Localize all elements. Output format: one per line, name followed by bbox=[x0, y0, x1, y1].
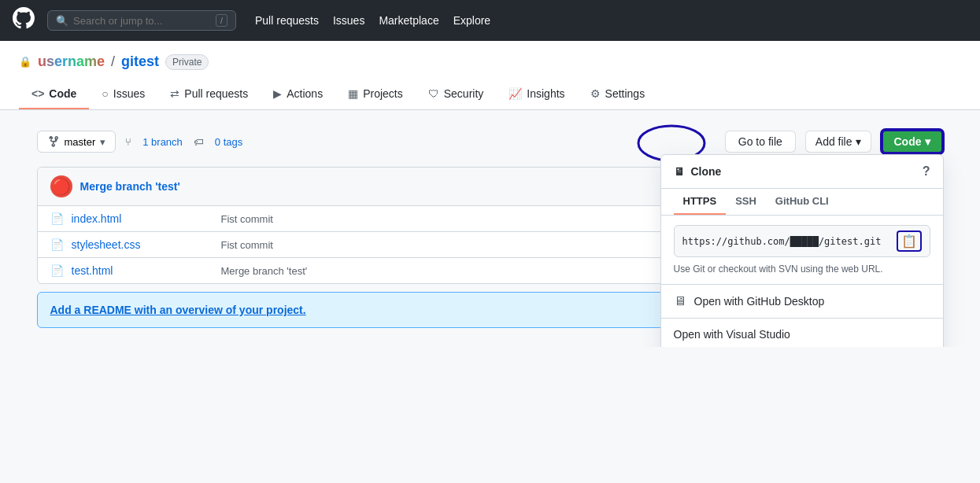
tag-count-icon: 🏷 bbox=[194, 136, 204, 148]
code-icon: <> bbox=[31, 87, 44, 100]
tab-security[interactable]: 🛡 Security bbox=[416, 79, 497, 109]
file-commit-link[interactable]: Fist commit bbox=[221, 239, 273, 251]
go-to-file-button[interactable]: Go to file bbox=[725, 131, 796, 153]
branch-count-icon: ⑂ bbox=[125, 136, 131, 148]
repo-owner-link[interactable]: username bbox=[38, 53, 105, 70]
open-github-desktop-label: Open with GitHub Desktop bbox=[694, 295, 825, 308]
clone-url-row: https://github.com/█████/gitest.git 📋 bbox=[674, 225, 930, 257]
issues-icon: ○ bbox=[102, 87, 108, 100]
table-row: 📄 test.html Merge branch 'test' bbox=[38, 258, 713, 283]
repo-title-row: 🔒 username / gitest Private bbox=[19, 53, 961, 70]
nav-issues[interactable]: Issues bbox=[333, 14, 364, 27]
tab-pull-requests[interactable]: ⇄ Pull requests bbox=[157, 79, 261, 109]
branch-selector[interactable]: master ▾ bbox=[37, 131, 116, 153]
file-name-link[interactable]: test.html bbox=[72, 264, 213, 277]
file-commit-msg: Fist commit bbox=[221, 213, 701, 225]
github-logo-icon[interactable] bbox=[13, 7, 35, 34]
add-file-button[interactable]: Add file ▾ bbox=[805, 131, 871, 153]
branch-name: master bbox=[65, 136, 96, 148]
file-commit-msg: Merge branch 'test' bbox=[221, 265, 701, 277]
search-icon: 🔍 bbox=[56, 15, 68, 27]
branch-info: ⑂ 1 branch 🏷 0 tags bbox=[125, 136, 242, 148]
avatar-icon: 🔴 bbox=[51, 177, 71, 196]
projects-icon: ▦ bbox=[348, 87, 358, 100]
open-visual-studio-option[interactable]: Open with Visual Studio bbox=[661, 318, 943, 347]
repo-name-link[interactable]: gitest bbox=[121, 53, 159, 70]
repo-separator: / bbox=[111, 53, 115, 70]
clone-hint-text: Use Git or checkout with SVN using the w… bbox=[674, 264, 930, 275]
tab-code[interactable]: <> Code bbox=[19, 79, 89, 109]
private-badge: Private bbox=[165, 54, 209, 70]
open-visual-studio-label: Open with Visual Studio bbox=[674, 328, 790, 341]
repo-tabs: <> Code ○ Issues ⇄ Pull requests ▶ Actio… bbox=[19, 79, 961, 109]
file-commit-link[interactable]: Fist commit bbox=[221, 213, 273, 225]
code-button-label: Code bbox=[894, 135, 922, 148]
pull-request-icon: ⇄ bbox=[170, 87, 179, 100]
clone-url-text: https://github.com/█████/gitest.git bbox=[682, 236, 890, 247]
security-icon: 🛡 bbox=[428, 87, 439, 100]
file-commit-link[interactable]: Merge branch 'test' bbox=[221, 265, 308, 277]
slash-shortcut: / bbox=[216, 14, 227, 27]
commit-header: 🔴 Merge branch 'test' bbox=[38, 168, 713, 206]
tag-count-link[interactable]: 0 tags bbox=[215, 136, 242, 148]
tab-issues[interactable]: ○ Issues bbox=[89, 79, 157, 109]
readme-banner: Add a README with an overview of your pr… bbox=[37, 292, 714, 328]
file-icon: 📄 bbox=[50, 212, 64, 225]
file-icon: 📄 bbox=[50, 264, 64, 277]
clone-title: Clone bbox=[691, 165, 722, 178]
clone-tab-github-cli[interactable]: GitHub CLI bbox=[766, 189, 838, 215]
table-row: 📄 index.html Fist commit bbox=[38, 206, 713, 232]
add-file-dropdown-icon: ▾ bbox=[856, 135, 861, 148]
copy-url-button[interactable]: 📋 bbox=[897, 230, 922, 252]
main-content: master ▾ ⑂ 1 branch 🏷 0 tags Go to file … bbox=[18, 110, 963, 347]
open-github-desktop-option[interactable]: 🖥 Open with GitHub Desktop bbox=[661, 284, 943, 318]
repo-header: 🔒 username / gitest Private <> Code ○ Is… bbox=[0, 41, 980, 110]
file-name-link[interactable]: index.html bbox=[72, 212, 213, 225]
clone-panel: 🖥 Clone ? HTTPS SSH GitHub CLI https://g… bbox=[660, 154, 944, 347]
table-row: 📄 stylesheet.css Fist commit bbox=[38, 232, 713, 258]
insights-icon: 📈 bbox=[508, 87, 522, 100]
file-table: 🔴 Merge branch 'test' 📄 index.html Fist … bbox=[37, 167, 714, 284]
tab-settings[interactable]: ⚙ Settings bbox=[578, 79, 658, 109]
code-button[interactable]: Code ▾ bbox=[881, 129, 944, 154]
tab-actions[interactable]: ▶ Actions bbox=[261, 79, 335, 109]
dropdown-arrow-icon: ▾ bbox=[100, 136, 105, 148]
branch-count-link[interactable]: 1 branch bbox=[142, 136, 183, 148]
clone-help-icon[interactable]: ? bbox=[923, 164, 930, 179]
clone-tab-ssh[interactable]: SSH bbox=[726, 189, 766, 215]
clone-panel-header: 🖥 Clone ? bbox=[661, 155, 943, 189]
lock-icon: 🔒 bbox=[19, 56, 31, 68]
commit-avatar: 🔴 bbox=[50, 175, 72, 197]
tab-projects[interactable]: ▦ Projects bbox=[335, 79, 416, 109]
latest-commit-message[interactable]: Merge branch 'test' bbox=[80, 180, 180, 193]
add-file-label: Add file bbox=[815, 135, 852, 148]
clone-monitor-icon: 🖥 bbox=[674, 165, 685, 178]
desktop-icon: 🖥 bbox=[674, 294, 686, 308]
file-name-link[interactable]: stylesheet.css bbox=[72, 238, 213, 251]
code-dropdown-icon: ▾ bbox=[925, 135, 930, 148]
add-readme-link[interactable]: Add a README with an overview of your pr… bbox=[50, 304, 306, 316]
file-icon: 📄 bbox=[50, 238, 64, 251]
actions-icon: ▶ bbox=[273, 87, 282, 100]
nav-explore[interactable]: Explore bbox=[453, 14, 490, 27]
search-input[interactable] bbox=[73, 15, 211, 27]
toolbar-row: master ▾ ⑂ 1 branch 🏷 0 tags Go to file … bbox=[37, 129, 944, 154]
settings-icon: ⚙ bbox=[590, 87, 601, 100]
clone-tabs: HTTPS SSH GitHub CLI bbox=[661, 189, 943, 216]
search-box[interactable]: 🔍 / bbox=[47, 10, 236, 31]
file-commit-msg: Fist commit bbox=[221, 239, 701, 251]
nav-marketplace[interactable]: Marketplace bbox=[379, 14, 438, 27]
top-navigation: 🔍 / Pull requests Issues Marketplace Exp… bbox=[0, 0, 980, 41]
tab-insights[interactable]: 📈 Insights bbox=[496, 79, 577, 109]
clone-body: https://github.com/█████/gitest.git 📋 Us… bbox=[661, 216, 943, 284]
nav-links: Pull requests Issues Marketplace Explore bbox=[255, 14, 490, 27]
nav-pull-requests[interactable]: Pull requests bbox=[255, 14, 319, 27]
clone-tab-https[interactable]: HTTPS bbox=[674, 189, 727, 215]
